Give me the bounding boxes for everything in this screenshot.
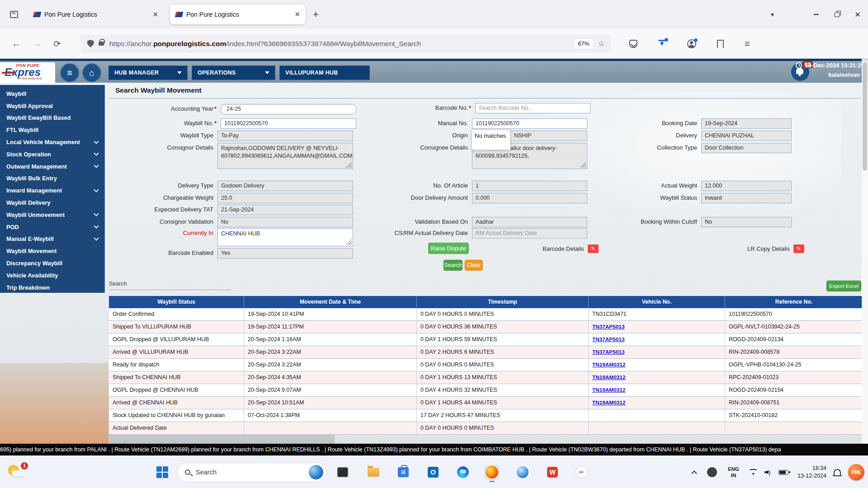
- sidebar-item-waybill-bulk-entry[interactable]: Waybill Bulk Entry: [0, 173, 104, 185]
- url-bar[interactable]: https://anchor.ponpurelogistics.com/inde…: [80, 35, 611, 53]
- battery-icon[interactable]: [778, 470, 788, 475]
- table-filter-input[interactable]: Search: [109, 281, 231, 290]
- download-icon[interactable]: [658, 40, 666, 48]
- tab-close-icon[interactable]: ✕: [152, 10, 158, 19]
- bookmark-star-icon[interactable]: ☆: [598, 39, 605, 48]
- vehicle-link[interactable]: TN19AM0312: [592, 399, 625, 406]
- restore-button[interactable]: [826, 0, 847, 29]
- extensions-icon[interactable]: [717, 40, 724, 48]
- reload-button[interactable]: ⟳: [53, 38, 61, 49]
- account-icon[interactable]: [687, 39, 696, 48]
- sidebar-item-waybill[interactable]: Waybill: [0, 88, 104, 100]
- column-header[interactable]: Timestamp: [417, 296, 589, 308]
- firefox-button[interactable]: [485, 465, 499, 479]
- delivery-input[interactable]: CHENNAI PUZHAL: [701, 131, 792, 141]
- vehicle-link[interactable]: TN19AM0312: [592, 374, 625, 380]
- tracking-shield-icon[interactable]: [87, 40, 94, 47]
- module-dropdown[interactable]: OPERATIONS: [192, 66, 275, 80]
- vertical-scrollbar[interactable]: [862, 59, 868, 444]
- booking-date-input[interactable]: 19-Sep-2024: [701, 118, 792, 129]
- firefox-view-icon[interactable]: [6, 7, 22, 22]
- cortana-button[interactable]: [515, 465, 530, 479]
- booking-within-cutoff-input[interactable]: No: [701, 217, 792, 227]
- wps-button[interactable]: W: [545, 465, 560, 479]
- notification-center-button[interactable]: [834, 469, 841, 475]
- expected-delivery-tat-input[interactable]: 21-Sep-2024: [217, 205, 353, 215]
- column-header[interactable]: Vehicle No.: [589, 296, 725, 308]
- snipping-tool-button[interactable]: ✂: [574, 465, 589, 479]
- lock-icon[interactable]: [99, 42, 104, 46]
- start-button[interactable]: [156, 466, 168, 478]
- zoom-level-indicator[interactable]: 67%: [575, 39, 592, 48]
- cs-rm-actual-delivery-date-input[interactable]: RM Actual Delivery Date: [472, 228, 587, 239]
- manual-no-input[interactable]: 10119022500570: [472, 118, 587, 129]
- vehicle-link[interactable]: TN19AM0312: [592, 387, 625, 393]
- sidebar-item-waybill-movement[interactable]: Waybill Movement: [0, 245, 104, 257]
- column-header[interactable]: Movement Date & Time: [244, 296, 417, 308]
- column-header[interactable]: Reference No.: [725, 296, 863, 308]
- sidebar-item-waybill-delivery[interactable]: Waybill Delivery: [0, 197, 104, 209]
- microsoft-store-button[interactable]: ⊞: [396, 465, 410, 479]
- sidebar-item-waybill-approval[interactable]: Waybill Approval: [0, 100, 104, 112]
- taskbar-app-window-icon[interactable]: [335, 465, 350, 479]
- sidebar-item-local-vehicle-management[interactable]: Local Vehicle Management: [0, 136, 104, 148]
- tray-app-icon[interactable]: [707, 467, 717, 477]
- lr-copy-details-edit-button[interactable]: ✎: [793, 244, 804, 253]
- sidebar-item-waybill-unmovement[interactable]: Waybill Unmovement: [0, 209, 104, 221]
- sidebar-item-stock-operation[interactable]: Stock Operation: [0, 148, 104, 160]
- no-of-article-input[interactable]: 1: [472, 181, 587, 191]
- sidebar-item-ftl-waybill[interactable]: FTL Waybill: [0, 124, 104, 136]
- menu-icon[interactable]: ≡: [745, 39, 750, 48]
- list-all-tabs-icon[interactable]: ▾: [771, 11, 774, 18]
- tab-close-icon[interactable]: ✕: [294, 10, 300, 19]
- sidebar-item-trip-breakdown[interactable]: Trip Breakdown: [0, 282, 104, 294]
- barcode-enabled-input[interactable]: Yes: [217, 248, 353, 258]
- vehicle-link[interactable]: TN37AP5013: [592, 324, 624, 330]
- taskbar-clock[interactable]: 18:3413-12-2024: [797, 465, 826, 480]
- sidebar-item-manual-e-waybill[interactable]: Manual E-Waybill: [0, 233, 104, 245]
- vehicle-link[interactable]: TN37AP5013: [592, 349, 624, 355]
- barcode-details-edit-button[interactable]: ✎: [588, 244, 599, 253]
- back-button[interactable]: ←: [12, 38, 21, 49]
- weather-widget[interactable]: 1: [7, 463, 27, 481]
- sidebar-item-outward-management[interactable]: Outward Management: [0, 160, 104, 173]
- autocomplete-popup[interactable]: No matches: [472, 130, 510, 150]
- sidebar-item-vehicle-availability[interactable]: Vehicle Availability: [0, 269, 104, 282]
- column-header[interactable]: Waybill Status: [109, 296, 244, 308]
- volume-icon[interactable]: ): [764, 469, 772, 475]
- sidebar-item-inward-management[interactable]: Inward Management: [0, 184, 104, 197]
- clear-button[interactable]: Clear: [465, 260, 483, 271]
- waybill-status-input[interactable]: Inward: [701, 193, 792, 203]
- role-dropdown[interactable]: HUB MANAGER: [108, 66, 188, 80]
- validation-based-on-input[interactable]: Aadhar: [472, 217, 587, 227]
- home-button[interactable]: ⌂: [82, 63, 101, 82]
- sidebar-item-waybill-ewaybill-based[interactable]: Waybill EwayBill Based: [0, 112, 104, 124]
- search-button[interactable]: Search: [443, 260, 462, 271]
- raise-dispute-button[interactable]: Raise Dispute: [428, 243, 469, 254]
- outlook-button[interactable]: O: [426, 465, 440, 479]
- barcode-no-input[interactable]: Search Barcode No...: [475, 103, 590, 113]
- browser-tab-2-active[interactable]: Pon Pure Logistics ✕: [170, 5, 306, 24]
- menu-toggle-button[interactable]: ≡: [60, 63, 79, 82]
- edge-button[interactable]: [456, 465, 470, 479]
- browser-tab-1[interactable]: Pon Pure Logistics ✕: [28, 5, 164, 24]
- language-indicator[interactable]: ENGIN: [728, 466, 739, 479]
- vehicle-link[interactable]: TN19AM0312: [592, 361, 625, 368]
- pre-badge[interactable]: PRE: [848, 464, 864, 480]
- file-explorer-button[interactable]: [366, 465, 381, 479]
- sidebar-item-discrepancy-waybill[interactable]: Discrepancy Waybill: [0, 257, 104, 269]
- user-menu[interactable]: kalaiselvan ▾: [796, 71, 864, 78]
- door-delivery-amount-input[interactable]: 0.000: [472, 193, 587, 203]
- forward-button[interactable]: →: [33, 38, 42, 49]
- hidden-icons-button[interactable]: [692, 469, 696, 475]
- minimize-button[interactable]: [806, 0, 826, 29]
- collection-type-input[interactable]: Door Collection: [701, 143, 792, 153]
- ponpure-logo[interactable]: PON PURE Expres On time every time: [0, 62, 55, 84]
- resize-handle[interactable]: [580, 162, 586, 168]
- wifi-icon[interactable]: [749, 469, 757, 476]
- pocket-icon[interactable]: [629, 40, 637, 48]
- taskbar-search[interactable]: Search: [177, 462, 326, 482]
- vehicle-link[interactable]: TN37AP5013: [592, 336, 624, 343]
- resize-handle[interactable]: [346, 239, 352, 245]
- scrollbar-thumb[interactable]: [863, 62, 867, 171]
